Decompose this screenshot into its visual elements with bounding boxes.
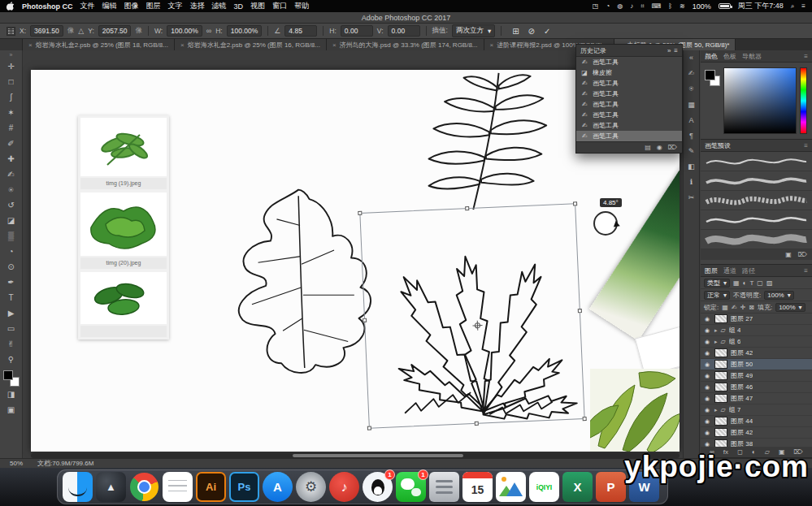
lock-all-icon[interactable]: ⊠ — [749, 304, 754, 311]
doc-tab-3[interactable]: × 济州岛的大海.psd @ 33.3% (图层 174, RGB/8... — [327, 39, 484, 50]
dodge-tool[interactable]: ⊙ — [2, 259, 20, 275]
foreground-color-swatch[interactable] — [3, 370, 13, 380]
zoom-level[interactable]: 50% — [10, 460, 23, 467]
menu-layer[interactable]: 图层 — [146, 1, 161, 11]
new-document-from-state-button[interactable]: ▤ — [645, 144, 651, 151]
layer-thumbnail[interactable] — [714, 417, 727, 426]
visibility-toggle[interactable]: ◉ — [703, 327, 711, 334]
visibility-toggle[interactable]: ◉ — [703, 339, 711, 345]
shape-filter-icon[interactable]: ▢ — [757, 279, 763, 287]
reference-point-locator[interactable] — [7, 27, 15, 36]
info-icon[interactable]: ℹ — [690, 178, 693, 186]
cancel-transform-button[interactable]: ⊘ — [528, 27, 535, 36]
width-field[interactable]: 100.00% — [167, 25, 202, 37]
menu-help[interactable]: 帮助 — [294, 1, 309, 11]
photoshop-icon[interactable]: Ps — [229, 472, 259, 502]
shape-tool[interactable]: ▭ — [2, 321, 20, 336]
tab-brush-presets[interactable]: 画笔预设 — [705, 141, 731, 150]
music-icon[interactable]: ♪ — [630, 2, 633, 10]
brush-preset-item[interactable] — [701, 230, 812, 249]
close-icon[interactable]: × — [490, 41, 494, 49]
transform-handle[interactable] — [578, 309, 582, 313]
moon-icon[interactable]: ◔ — [606, 2, 610, 10]
layer-thumbnail[interactable] — [714, 348, 727, 357]
layer-row[interactable]: ◉ ▸ ▱ 组 7 — [701, 404, 812, 416]
brush-tool[interactable]: ✍ — [2, 167, 20, 182]
menu-image[interactable]: 图像 — [124, 1, 139, 11]
chrome-icon[interactable] — [129, 472, 159, 502]
history-state[interactable]: ✍ 画笔工具 — [576, 57, 682, 67]
brush-preset-item[interactable] — [701, 191, 812, 210]
menu-select[interactable]: 选择 — [190, 1, 205, 11]
eyedropper-tool[interactable]: ✐ — [2, 136, 20, 151]
wifi-icon[interactable]: ≋ — [680, 2, 685, 10]
close-icon[interactable]: × — [180, 41, 185, 49]
qq-icon[interactable]: 1 — [363, 472, 393, 502]
close-icon[interactable]: × — [28, 41, 33, 49]
tab-channels[interactable]: 通道 — [723, 266, 736, 275]
transform-handle[interactable] — [465, 206, 469, 210]
history-state[interactable]: ✍ 画笔工具 — [576, 89, 682, 99]
new-snapshot-button[interactable]: ◉ — [657, 144, 662, 151]
history-state[interactable]: ✍ 画笔工具 — [576, 120, 682, 131]
warp-mode-button[interactable]: ⊞ — [512, 27, 519, 36]
maintain-aspect-icon[interactable]: ∞ — [206, 27, 211, 35]
visibility-toggle[interactable]: ◉ — [703, 396, 711, 402]
lock-transparent-icon[interactable]: ▦ — [722, 304, 728, 311]
layer-row[interactable]: ◉ 图层 27 — [701, 314, 812, 325]
bluetooth-icon[interactable]: ᛒ — [668, 2, 672, 10]
type-filter-icon[interactable]: T — [749, 279, 753, 287]
doc-tab-1[interactable]: × 熔岩海水礼盒2.psb @ 25% (图层 18, RGB/8... — [23, 39, 175, 50]
transform-handle[interactable] — [475, 422, 479, 426]
layer-thumbnail[interactable] — [714, 314, 727, 323]
app-window-icon[interactable]: ◳ — [593, 2, 599, 10]
brush-settings-icon[interactable]: ✍ — [688, 69, 695, 77]
powerpoint-icon[interactable]: P — [596, 472, 626, 502]
drive-icon[interactable] — [429, 472, 459, 502]
toolbar-collapse-icon[interactable]: » — [10, 52, 13, 58]
x-position-field[interactable]: 3691.50 — [30, 25, 63, 37]
document-size-info[interactable]: 文档:70.9M/799.6M — [37, 459, 93, 468]
collapse-panels-icon[interactable]: « — [689, 54, 693, 62]
group-caret-icon[interactable]: ▸ — [714, 407, 718, 413]
hue-slider[interactable] — [800, 67, 807, 134]
group-caret-icon[interactable]: ▸ — [714, 327, 718, 334]
menu-window[interactable]: 窗口 — [272, 1, 287, 11]
eraser-tool[interactable]: ◪ — [2, 213, 20, 228]
color-wheel-icon[interactable]: ◍ — [617, 2, 623, 10]
scrollbar-thumb[interactable] — [293, 454, 463, 457]
relative-position-icon[interactable]: △ — [78, 27, 84, 35]
layer-row-selected[interactable]: ◉ 图层 50 — [701, 359, 812, 370]
move-tool[interactable]: ✛ — [2, 58, 20, 74]
marquee-tool[interactable]: □ — [2, 74, 20, 89]
lock-position-icon[interactable]: ✛ — [740, 304, 746, 311]
chart-icon[interactable]: ⌗ — [640, 2, 645, 11]
glyphs-icon[interactable]: ✎ — [688, 147, 695, 155]
delete-brush-button[interactable]: ⌦ — [798, 251, 807, 258]
layer-row[interactable]: ◉ 图层 47 — [701, 393, 812, 404]
adjustment-filter-icon[interactable]: ◐ — [743, 279, 747, 287]
layer-row[interactable]: ◉ 图层 44 — [701, 416, 812, 427]
crop-tool[interactable]: # — [2, 120, 20, 136]
rocket-app-icon[interactable]: ▲ — [96, 472, 126, 502]
history-panel-title[interactable]: 历史记录 — [580, 46, 606, 55]
history-state[interactable]: ✍ 画笔工具 — [576, 99, 682, 110]
keyboard-icon[interactable]: ⌨ — [652, 2, 662, 10]
history-brush-tool[interactable]: ↺ — [2, 197, 20, 213]
finder-icon[interactable] — [63, 472, 93, 502]
wechat-icon[interactable]: 1 — [396, 472, 426, 502]
spotlight-icon[interactable]: ⌕ — [791, 2, 794, 11]
transform-bounding-box[interactable] — [359, 203, 584, 428]
interpolation-select[interactable]: 两次立方 ▾ — [452, 24, 495, 37]
collapse-icon[interactable]: » — [667, 47, 671, 54]
panel-menu-icon[interactable]: ≡ — [804, 53, 808, 60]
visibility-toggle[interactable]: ◉ — [703, 430, 711, 436]
tab-layers[interactable]: 图层 — [705, 266, 718, 275]
delete-state-button[interactable]: ⌦ — [668, 144, 677, 151]
doc-tab-2[interactable]: × 熔岩海水礼盒2.psb @ 25% (图层 16, RGB/8... — [175, 39, 327, 50]
y-position-field[interactable]: 2057.50 — [98, 25, 132, 37]
zoom-tool[interactable]: ⚲ — [2, 352, 20, 367]
layer-row[interactable]: ◉ ▸ ▱ 组 4 — [701, 325, 812, 336]
smart-object-filter-icon[interactable]: ▨ — [766, 279, 773, 287]
lock-pixels-icon[interactable]: ✍ — [732, 304, 737, 311]
